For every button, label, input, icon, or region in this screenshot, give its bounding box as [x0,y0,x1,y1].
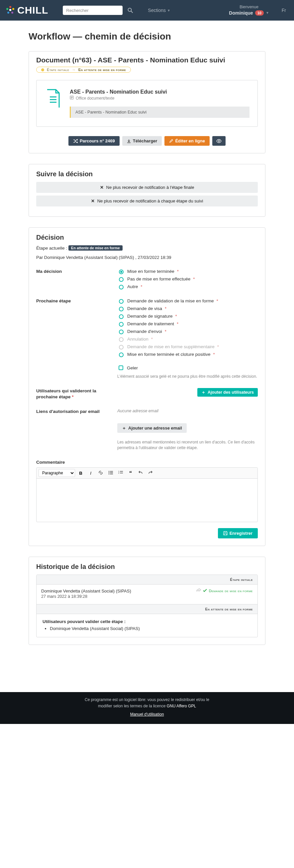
manual-link[interactable]: Manuel d'utilisation [130,711,164,718]
next-step-label: Prochaine étape [36,298,109,304]
option-demande-visa[interactable]: Demande de visa * [117,306,258,311]
option-mise-en-forme-terminee[interactable]: Mise en forme terminée * [117,269,258,274]
bold-button[interactable]: B [77,469,85,477]
my-decision-options: Mise en forme terminée * Pas de mise en … [117,269,258,289]
history-step-header: En attente de mise en forme [36,604,258,614]
radio-input[interactable] [119,330,124,334]
license-link[interactable]: GNU Affero GPL [167,704,196,708]
comment-label: Commentaire [36,459,258,465]
decision-title: Décision [36,234,258,241]
option-label: Pas de mise en forme effectuée [127,277,190,281]
redo-icon [148,471,153,476]
validators-list: Dominique Vendetta (Assistant Social) (S… [42,626,252,631]
my-decision-label: Ma décision [36,269,109,275]
page-title: Workflow — chemin de décision [29,31,265,42]
history-table: Étape initiale Dominique Vendetta (Assis… [36,575,258,637]
option-demande-traitement[interactable]: Demande de traitement * [117,321,258,327]
svg-point-1 [12,8,14,10]
unsubscribe-final-button[interactable]: ✕ Ne plus recevoir de notification à l'é… [36,182,258,193]
option-label: Demande de validation de la mise en form… [127,299,214,303]
svg-text:2: 2 [118,472,119,474]
document-type-icon [70,96,74,100]
svg-point-3 [7,11,9,13]
freeze-help: L'élément associé sera gelé et ne pourra… [117,374,258,379]
download-label: Télécharger [133,139,157,143]
radio-input[interactable] [119,352,124,357]
parcours-button[interactable]: Parcours n° 2469 [68,136,120,146]
search-button[interactable] [126,6,135,14]
unsubscribe-each-button[interactable]: ✕ Ne plus recevoir de notification à cha… [36,195,258,207]
quote-button[interactable]: “ [126,469,135,477]
radio-input[interactable] [119,307,124,311]
numbered-list-button[interactable]: 12 [116,469,125,477]
option-demande-signature[interactable]: Demande de signature * [117,313,258,319]
user-menu[interactable]: Bienvenue Dominique 10 ▼ [229,5,269,16]
redo-button[interactable] [146,469,155,477]
language-switch[interactable]: Fr [282,8,286,13]
numbered-list-icon: 12 [118,471,123,476]
add-users-button[interactable]: ＋ Ajouter des utilisateurs [197,388,258,397]
option-label: Mise en forme terminée et cloture positi… [127,352,211,357]
svg-line-7 [131,11,133,13]
workflow-steps: Étape initiale → En attente de mise en f… [36,67,258,73]
search-group [63,6,135,15]
undo-button[interactable] [136,469,145,477]
sections-menu[interactable]: Sections ▼ [146,7,172,13]
add-email-button[interactable]: ＋ Ajouter une adresse email [117,423,187,433]
history-date: 27 mars 2022 à 18:39:28 [41,594,131,599]
option-pas-de-mise-en-forme[interactable]: Pas de mise en forme effectuée * [117,276,258,282]
checkbox-input[interactable] [119,366,123,370]
view-button[interactable] [212,136,226,146]
option-geler[interactable]: Geler [117,365,258,371]
search-input[interactable] [63,6,123,15]
italic-button[interactable]: I [86,469,95,477]
shuffle-icon [73,139,78,143]
editor-toolbar: Paragraphe B I [36,468,258,478]
bullet-list-button[interactable] [106,469,115,477]
follow-title: Suivre la décision [36,170,258,178]
svg-point-4 [6,8,8,10]
option-cloture-positive[interactable]: Mise en forme terminée et cloture positi… [117,351,258,357]
footer: Ce programme est un logiciel libre: vous… [0,692,294,724]
download-icon [127,139,131,143]
option-label: Mise en forme terminée [127,269,174,274]
radio-input [119,337,124,342]
file-icon [45,89,61,109]
link-button[interactable] [96,469,105,477]
svg-point-18 [109,473,109,474]
validators-row: Utilisateurs qui valideront la prochaine… [36,388,258,400]
required-mark: * [213,352,215,357]
required-mark: * [216,299,218,303]
radio-input[interactable] [119,277,124,282]
radio-input[interactable] [119,322,124,327]
current-stage-by: Par Dominique Vendetta (Assistant Social… [36,255,258,260]
my-decision-row: Ma décision Mise en forme terminée * Pas… [36,269,258,289]
required-mark: * [141,284,142,289]
forward-icon [196,589,201,593]
edit-online-button[interactable]: Éditer en ligne [165,136,210,146]
comment-textarea[interactable] [36,478,258,522]
required-mark: * [217,344,219,349]
radio-input[interactable] [119,299,124,304]
save-button[interactable]: Enregistrer [218,528,258,538]
radio-input[interactable] [119,270,124,274]
download-button[interactable]: Télécharger [122,136,162,146]
paragraph-select[interactable]: Paragraphe [38,469,75,477]
no-email-text: Aucune adresse email [117,409,258,413]
email-links-row: Liens d'autorisation par email Aucune ad… [36,409,258,451]
close-icon: ✕ [91,198,95,204]
logo[interactable]: CHILL [6,5,48,16]
option-demande-validation[interactable]: Demande de validation de la mise en form… [117,298,258,304]
current-stage-label: Étape actuelle : [36,246,67,251]
history-step-header: Étape initiale [36,575,258,585]
document-mime: Office document/texte [76,96,115,100]
option-demande-envoi[interactable]: Demande d'envoi * [117,329,258,334]
comment-editor: Paragraphe B I [36,467,258,522]
option-mise-en-forme-supp: Demande de mise en forme supplémentaire … [117,344,258,349]
option-autre[interactable]: Autre * [117,284,258,289]
plus-icon: ＋ [201,390,206,395]
radio-input[interactable] [119,314,124,319]
radio-input[interactable] [119,285,124,289]
document-card: Document (n°63) - ASE - Parents - Nomina… [29,51,265,153]
option-label: Demande de signature [127,314,173,319]
